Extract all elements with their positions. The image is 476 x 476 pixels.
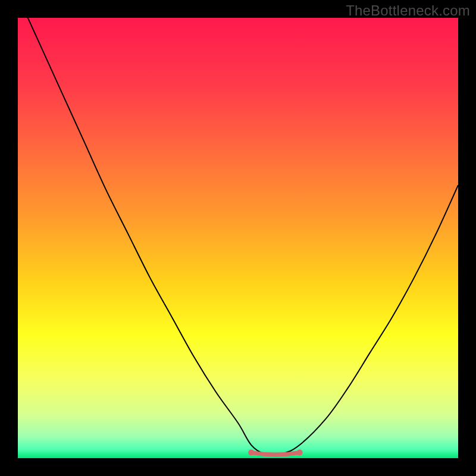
watermark-text: TheBottleneck.com bbox=[346, 2, 470, 19]
svg-point-1 bbox=[248, 450, 254, 456]
svg-point-2 bbox=[297, 450, 303, 456]
bottleneck-curve bbox=[18, 18, 458, 458]
chart-frame: TheBottleneck.com bbox=[0, 0, 476, 476]
plot-area bbox=[18, 18, 458, 458]
